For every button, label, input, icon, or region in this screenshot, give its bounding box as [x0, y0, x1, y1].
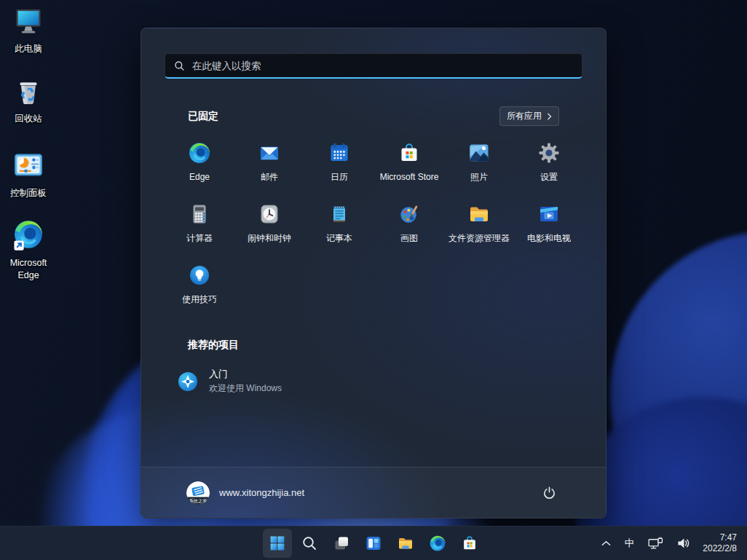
taskbar-store-button[interactable]	[455, 529, 484, 558]
desktop-icon-control-panel[interactable]: 控制面板	[0, 149, 57, 200]
network-button[interactable]	[647, 535, 665, 552]
avatar-text: 系统之家	[189, 497, 208, 503]
taskbar-search-button[interactable]	[295, 529, 324, 558]
taskbar: 中 7:47 2022/2/8	[0, 526, 747, 560]
pinned-app-notepad[interactable]: 记事本	[304, 196, 374, 257]
search-icon	[174, 60, 185, 71]
this-pc-icon	[12, 6, 44, 41]
pinned-app-alarms-clock[interactable]: 闹钟和时钟	[234, 196, 304, 257]
pinned-app-grid: Edge 邮件	[165, 135, 582, 318]
pinned-app-paint[interactable]: 画图	[374, 196, 444, 257]
widgets-icon	[365, 535, 382, 552]
app-label: 文件资源管理器	[448, 233, 510, 243]
calculator-icon	[188, 202, 211, 229]
network-ethernet-icon	[648, 537, 663, 551]
edge-icon	[429, 535, 446, 552]
pinned-app-tips[interactable]: 使用技巧	[165, 257, 234, 318]
pinned-section-title: 已固定	[188, 110, 218, 123]
taskbar-clock[interactable]: 7:47 2022/2/8	[703, 532, 737, 554]
avatar: 系统之家	[186, 481, 210, 505]
volume-icon	[677, 537, 690, 549]
chevron-right-icon	[547, 113, 552, 120]
recommended-item-get-started[interactable]: 入门 欢迎使用 Windows	[165, 363, 293, 399]
start-button[interactable]	[263, 529, 292, 558]
app-label: 设置	[540, 172, 558, 182]
app-label: 邮件	[261, 172, 278, 182]
search-box[interactable]	[165, 53, 582, 79]
taskbar-edge-button[interactable]	[423, 529, 452, 558]
get-started-icon	[176, 370, 199, 393]
paint-palette-icon	[398, 202, 421, 229]
recycle-bin-icon	[12, 76, 44, 111]
calendar-icon	[328, 141, 351, 167]
all-apps-label: 所有应用	[507, 110, 542, 122]
power-button[interactable]	[534, 478, 564, 508]
pinned-app-movies-tv[interactable]: 电影和电视	[514, 196, 584, 257]
all-apps-button[interactable]: 所有应用	[499, 106, 559, 126]
ime-indicator[interactable]: 中	[623, 535, 636, 551]
pinned-app-edge[interactable]: Edge	[165, 135, 234, 196]
pinned-app-microsoft-store[interactable]: Microsoft Store	[374, 135, 444, 196]
app-label: Microsoft Store	[380, 172, 439, 182]
desktop-icon-label: Microsoft Edge	[0, 257, 57, 282]
notepad-icon	[328, 202, 351, 229]
mail-icon	[258, 141, 281, 167]
account-name: www.xitongzhijia.net	[219, 487, 304, 498]
widgets-button[interactable]	[359, 529, 388, 558]
taskbar-button-group	[263, 529, 484, 558]
desktop-icon-recycle-bin[interactable]: 回收站	[0, 76, 57, 125]
tray-date: 2022/2/8	[703, 543, 737, 554]
pinned-app-file-explorer[interactable]: 文件资源管理器	[444, 196, 514, 257]
start-menu: 已固定 所有应用	[141, 28, 606, 518]
movies-tv-icon	[537, 202, 561, 229]
desktop-icon-microsoft-edge[interactable]: Microsoft Edge	[0, 218, 57, 282]
power-icon	[542, 486, 556, 500]
app-label: 计算器	[186, 233, 213, 243]
desktop: 此电脑 回收站	[0, 0, 747, 560]
app-label: 电影和电视	[527, 233, 571, 243]
app-label: 使用技巧	[182, 294, 217, 304]
edge-icon	[12, 218, 45, 255]
wallpaper-bloom	[610, 232, 747, 559]
recommended-item-title: 入门	[209, 368, 282, 381]
pinned-app-calendar[interactable]: 日历	[304, 135, 374, 196]
tips-bulb-icon	[188, 264, 211, 290]
control-panel-icon	[12, 149, 45, 185]
pinned-app-calculator[interactable]: 计算器	[165, 196, 234, 257]
windows-start-icon	[269, 535, 286, 552]
recommended-section-title: 推荐的项目	[188, 339, 239, 352]
pinned-app-mail[interactable]: 邮件	[234, 135, 304, 196]
taskbar-file-explorer-button[interactable]	[391, 529, 420, 558]
photos-icon	[467, 141, 491, 167]
settings-gear-icon	[537, 141, 561, 167]
app-label: Edge	[189, 172, 210, 182]
app-label: 记事本	[326, 233, 352, 243]
app-label: 照片	[470, 172, 488, 182]
store-icon	[461, 535, 478, 552]
system-tray: 中 7:47 2022/2/8	[600, 527, 747, 560]
tray-overflow-button[interactable]	[600, 539, 612, 548]
chevron-up-icon	[601, 540, 611, 546]
start-menu-footer: 系统之家 www.xitongzhijia.net	[141, 467, 606, 518]
pinned-app-settings[interactable]: 设置	[514, 135, 584, 196]
task-view-icon	[333, 535, 350, 552]
app-label: 画图	[400, 233, 418, 243]
pinned-app-photos[interactable]: 照片	[444, 135, 514, 196]
search-input[interactable]	[192, 60, 573, 71]
task-view-button[interactable]	[327, 529, 356, 558]
volume-button[interactable]	[676, 536, 692, 551]
desktop-icon-label: 回收站	[15, 113, 42, 125]
recommended-item-subtitle: 欢迎使用 Windows	[209, 382, 282, 395]
app-label: 日历	[331, 172, 348, 182]
desktop-icon-this-pc[interactable]: 此电脑	[0, 6, 57, 55]
account-button[interactable]: 系统之家 www.xitongzhijia.net	[186, 481, 304, 505]
alarm-clock-icon	[258, 202, 281, 229]
file-explorer-icon	[397, 535, 414, 552]
search-icon	[301, 535, 318, 552]
tray-time: 7:47	[703, 532, 737, 543]
edge-icon	[188, 141, 211, 167]
store-icon	[398, 141, 421, 167]
desktop-icon-label: 此电脑	[15, 43, 42, 55]
desktop-icon-label: 控制面板	[10, 187, 47, 200]
app-label: 闹钟和时钟	[248, 233, 291, 243]
